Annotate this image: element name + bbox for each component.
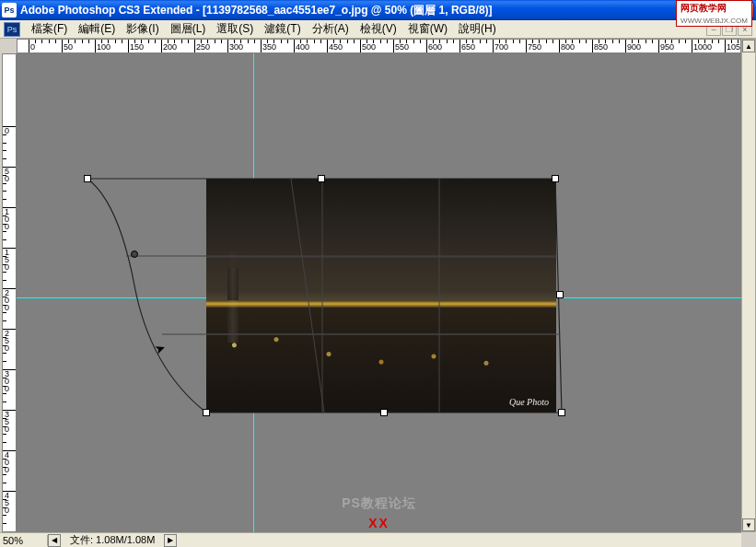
statusbar: 50% ◀ 文件: 1.08M/1.08M ▶ [0, 532, 741, 547]
free-transform-overlay[interactable] [17, 53, 741, 532]
transform-handle-tl[interactable] [84, 175, 91, 182]
xx-mark: XX [368, 516, 390, 530]
window-title: Adobe Photoshop CS3 Extended - [11397825… [20, 3, 692, 18]
svg-line-6 [291, 179, 324, 413]
ruler-horizontal[interactable]: 0501001502002503003504004505005506006507… [17, 39, 741, 53]
canvas[interactable]: Que Photo ➤ PS教程论坛 XX [17, 53, 741, 532]
transform-handle-bl[interactable] [203, 409, 210, 416]
transform-handle-lm[interactable] [131, 250, 138, 258]
menubar-icon: Ps [4, 22, 20, 37]
transform-handle-br[interactable] [558, 409, 565, 416]
menu-file[interactable]: 檔案(F) [26, 19, 73, 39]
status-nav-left[interactable]: ◀ [48, 534, 61, 547]
menu-help[interactable]: 說明(H) [453, 19, 502, 39]
forum-watermark: PS教程论坛 [342, 495, 416, 512]
scroll-down-button[interactable]: ▼ [742, 518, 755, 531]
menu-analysis[interactable]: 分析(A) [307, 19, 355, 39]
transform-handle-bm[interactable] [380, 409, 388, 416]
transform-handle-tr[interactable] [552, 175, 559, 182]
menu-window[interactable]: 視窗(W) [402, 19, 453, 39]
menubar: Ps 檔案(F) 編輯(E) 影像(I) 圖層(L) 選取(S) 濾鏡(T) 分… [0, 20, 756, 39]
transform-handle-tm[interactable] [318, 175, 325, 182]
menu-layer[interactable]: 圖層(L) [165, 19, 212, 39]
titlebar: Ps Adobe Photoshop CS3 Extended - [11397… [0, 0, 756, 20]
scrollbar-vertical[interactable]: ▲ ▼ [741, 39, 756, 532]
menu-edit[interactable]: 編輯(E) [73, 19, 121, 39]
site-watermark: 网页教学网 WWW.WEBJX.COM [676, 0, 752, 27]
menu-image[interactable]: 影像(I) [121, 19, 164, 39]
transform-handle-rm[interactable] [556, 291, 564, 298]
file-size-status: 文件: 1.08M/1.08M [61, 533, 164, 547]
menu-filter[interactable]: 濾鏡(T) [259, 19, 306, 39]
menu-view[interactable]: 檢視(V) [355, 19, 402, 39]
menu-select[interactable]: 選取(S) [211, 19, 259, 39]
app-icon: Ps [2, 3, 17, 17]
zoom-field[interactable]: 50% [0, 535, 48, 546]
ruler-vertical[interactable]: 050100150200250300350400450500 [2, 53, 17, 532]
status-popup-button[interactable]: ▶ [164, 534, 177, 547]
scroll-up-button[interactable]: ▲ [742, 40, 755, 52]
